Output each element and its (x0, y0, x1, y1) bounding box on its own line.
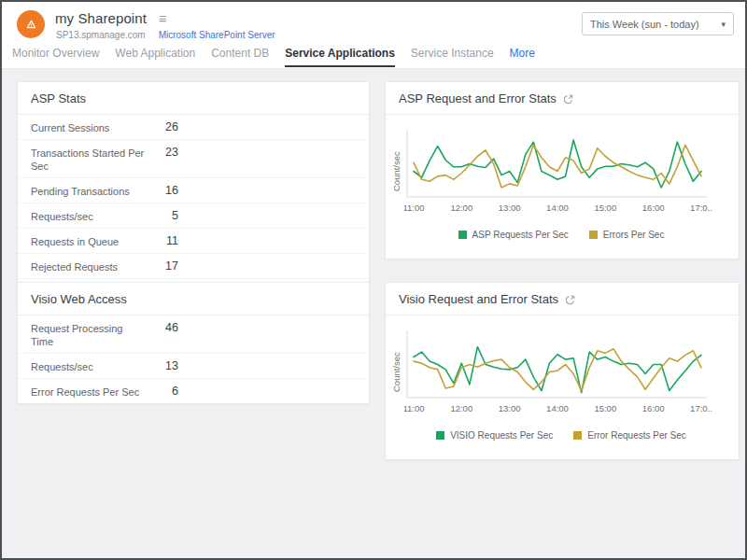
chart-legend: VISIO Requests Per SecError Requests Per… (391, 430, 731, 441)
server-type-link[interactable]: Microsoft SharePoint Server (159, 30, 275, 40)
svg-text:12:00: 12:00 (450, 403, 472, 413)
time-range-select[interactable]: This Week (sun - today) ▾ (582, 12, 734, 35)
tab-bar: Monitor Overview Web Application Content… (2, 47, 745, 69)
header: my Sharepoint ≡ SP13.spmanage.comMicroso… (2, 2, 745, 47)
svg-text:11:00: 11:00 (404, 203, 425, 213)
app-window: my Sharepoint ≡ SP13.spmanage.comMicroso… (0, 0, 747, 560)
stat-value: 16 (145, 183, 178, 197)
tab-web-application[interactable]: Web Application (115, 47, 195, 65)
stat-label: Requests/sec (31, 358, 145, 373)
stat-row: Request Processing Time 46 (18, 315, 369, 354)
svg-text:16:00: 16:00 (642, 203, 665, 213)
legend-swatch-icon (573, 431, 582, 440)
line-chart: 11:0012:0013:0014:0015:0016:0017:0.. (404, 126, 718, 217)
svg-text:17:0..: 17:0.. (690, 203, 712, 213)
stats-list: Request Processing Time 46 Requests/sec … (18, 315, 369, 403)
tab-service-applications[interactable]: Service Applications (285, 47, 395, 67)
stat-value: 5 (145, 208, 178, 222)
stat-label: Transactions Started Per Sec (31, 145, 145, 173)
stat-row: Pending Transactions 16 (18, 178, 369, 203)
stat-value: 11 (145, 233, 178, 247)
svg-text:14:00: 14:00 (546, 403, 569, 413)
svg-text:12:00: 12:00 (450, 203, 472, 213)
stats-list: Current Sessions 26 Transactions Started… (18, 115, 369, 303)
chart-legend: ASP Requests Per SecErrors Per Sec (391, 230, 731, 240)
y-axis-label: Count/sec (391, 134, 404, 209)
stat-label: Pending Transactions (31, 183, 145, 198)
tab-more[interactable]: More (510, 47, 535, 65)
svg-text:13:00: 13:00 (499, 203, 521, 213)
chart-title: ASP Request and Error Stats (399, 91, 557, 105)
svg-text:15:00: 15:00 (594, 203, 616, 213)
svg-text:11:00: 11:00 (404, 403, 425, 413)
open-in-new-window-icon[interactable] (565, 295, 575, 305)
legend-item: Error Requests Per Sec (573, 430, 686, 441)
warning-triangle-icon (22, 16, 40, 34)
stat-row: Requests in Queue 11 (18, 229, 369, 254)
stat-label: Rejected Requests (31, 259, 145, 273)
tab-content-db[interactable]: Content DB (211, 47, 269, 65)
dashboard-content: ASP Stats Current Sessions 26 Transactio… (2, 69, 745, 558)
stat-label: Requests/sec (31, 208, 145, 223)
stat-label: Current Sessions (31, 119, 145, 134)
stat-label: Request Processing Time (31, 320, 145, 348)
stat-value: 23 (145, 145, 178, 159)
stat-row: Error Requests Per Sec 6 (18, 379, 369, 403)
stat-value: 46 (145, 320, 178, 334)
legend-item: ASP Requests Per Sec (458, 230, 569, 240)
open-in-new-window-icon[interactable] (563, 94, 573, 105)
chart-title: Visio Request and Error Stats (399, 292, 558, 306)
line-chart: 11:0012:0013:0014:0015:0016:0017:0.. (404, 327, 718, 418)
stat-row: Requests/sec 5 (18, 203, 369, 229)
svg-text:14:00: 14:00 (546, 203, 569, 213)
menu-icon[interactable]: ≡ (159, 10, 167, 26)
visio-chart-panel: Visio Request and Error Stats Count/sec … (385, 282, 740, 460)
svg-text:17:0..: 17:0.. (690, 403, 712, 413)
stat-value: 6 (145, 384, 178, 398)
legend-swatch-icon (458, 231, 467, 239)
y-axis-label: Count/sec (391, 335, 404, 410)
stat-row: Transactions Started Per Sec 23 (18, 140, 369, 178)
visio-web-access-panel: Visio Web Access Request Processing Time… (17, 282, 370, 404)
svg-text:15:00: 15:00 (594, 403, 616, 413)
legend-item: Errors Per Sec (589, 230, 665, 240)
stat-row: Current Sessions 26 (18, 115, 369, 140)
stat-value: 17 (145, 259, 178, 273)
panel-title: ASP Stats (18, 82, 369, 115)
host-name: SP13.spmanage.com (56, 30, 146, 40)
stat-row: Requests/sec 13 (18, 354, 369, 379)
stat-label: Requests in Queue (31, 233, 145, 248)
time-range-value: This Week (sun - today) (590, 19, 721, 30)
sharepoint-logo-icon (17, 10, 45, 38)
asp-stats-panel: ASP Stats Current Sessions 26 Transactio… (17, 81, 370, 304)
page-title: my Sharepoint (55, 10, 147, 26)
panel-title: Visio Web Access (18, 283, 369, 315)
chevron-down-icon: ▾ (721, 20, 726, 29)
legend-item: VISIO Requests Per Sec (436, 430, 553, 441)
tab-monitor-overview[interactable]: Monitor Overview (12, 47, 99, 65)
stat-value: 13 (145, 358, 178, 372)
legend-swatch-icon (589, 231, 598, 239)
stat-row: Rejected Requests 17 (18, 254, 369, 279)
asp-chart-panel: ASP Request and Error Stats Count/sec 11… (385, 81, 740, 259)
svg-text:13:00: 13:00 (499, 403, 521, 413)
stat-value: 26 (145, 119, 178, 133)
stat-label: Error Requests Per Sec (31, 384, 145, 399)
legend-swatch-icon (436, 431, 444, 440)
tab-service-instance[interactable]: Service Instance (411, 47, 494, 65)
svg-text:16:00: 16:00 (642, 403, 665, 413)
